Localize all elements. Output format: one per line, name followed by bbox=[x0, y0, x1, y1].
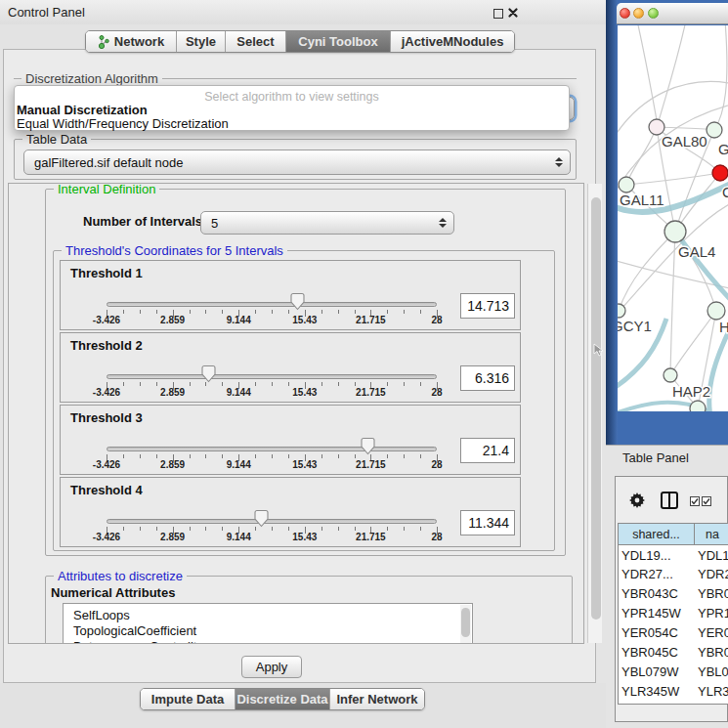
slider-handle[interactable] bbox=[290, 292, 305, 311]
slider-tick bbox=[288, 310, 289, 314]
slider-tick bbox=[387, 454, 388, 458]
network-icon bbox=[98, 35, 109, 49]
tab-discretize-data[interactable]: Discretize Data bbox=[236, 689, 330, 709]
numerical-attributes-list[interactable]: SelfLoopsTopologicalCoefficientBetweenne… bbox=[63, 603, 473, 644]
slider-handle[interactable] bbox=[361, 437, 375, 455]
network-node-gal11[interactable] bbox=[619, 177, 634, 193]
slider-tick bbox=[404, 310, 405, 314]
tab-label: Cyni Toolbox bbox=[298, 34, 377, 49]
popup-option-manual-discretization[interactable]: Manual Discretization bbox=[17, 103, 148, 117]
tab-label: jActiveMNodules bbox=[402, 34, 504, 49]
tab-style[interactable]: Style bbox=[177, 31, 226, 52]
slider-tick bbox=[205, 527, 206, 531]
tab-label: Infer Network bbox=[336, 692, 417, 707]
slider-handle[interactable] bbox=[254, 509, 269, 528]
tab-label: Discretize Data bbox=[236, 692, 327, 707]
network-node-gal4[interactable] bbox=[664, 221, 686, 242]
slider-tick bbox=[387, 382, 388, 386]
threshold-slider-track[interactable] bbox=[107, 302, 437, 307]
slider-tick bbox=[255, 527, 256, 531]
table-row[interactable]: YBR045C YBR0 bbox=[619, 643, 728, 663]
tab-select[interactable]: Select bbox=[226, 31, 286, 52]
tab-jactivemnodules[interactable]: jActiveMNodules bbox=[391, 31, 514, 52]
node-label: GA bbox=[718, 141, 728, 157]
network-node-ga[interactable] bbox=[707, 122, 722, 138]
node-label: GCY1 bbox=[618, 318, 652, 334]
table-row[interactable]: YER054C YER0 bbox=[619, 623, 728, 643]
minimize-traffic-light-icon[interactable] bbox=[633, 8, 644, 19]
slider-tick bbox=[338, 527, 339, 531]
checkbox-icon[interactable] bbox=[702, 496, 711, 506]
gear-icon[interactable] bbox=[629, 492, 645, 508]
slider-tick bbox=[205, 454, 206, 458]
network-node-c[interactable] bbox=[712, 165, 728, 181]
settings-vertical-scrollbar[interactable] bbox=[587, 184, 602, 643]
slider-tick bbox=[123, 454, 124, 458]
table-row[interactable]: YBL079W YBL0 bbox=[619, 662, 728, 681]
table-panel-title: Table Panel bbox=[622, 450, 689, 465]
threshold-value-field[interactable]: 21.4 bbox=[460, 438, 515, 463]
table-data-combobox[interactable]: galFiltered.sif default node bbox=[23, 150, 571, 175]
close-icon[interactable] bbox=[508, 8, 518, 18]
app-root: Control Panel NetworkStyleSelectCyni Too… bbox=[0, 0, 728, 728]
cell-shared-name: YPR145W bbox=[619, 606, 696, 621]
popup-hint: Select algorithm to view settings bbox=[15, 90, 569, 104]
column-header-name[interactable]: na bbox=[695, 524, 728, 545]
network-node-gcy1[interactable] bbox=[618, 304, 625, 318]
apply-button[interactable]: Apply bbox=[241, 656, 302, 678]
column-browser-icon[interactable] bbox=[661, 492, 678, 509]
column-header-shared-name[interactable]: shared... bbox=[619, 524, 695, 545]
slider-tick bbox=[321, 382, 322, 386]
number-of-intervals-combobox[interactable]: 5 bbox=[200, 211, 454, 235]
table-row[interactable]: YDR27... YDR2 bbox=[619, 565, 728, 584]
tab-label: Network bbox=[114, 34, 164, 49]
cell-name: YLR3 bbox=[696, 684, 728, 699]
control-panel-tabs: NetworkStyleSelectCyni ToolboxjActiveMNo… bbox=[85, 30, 515, 53]
node-label: HAP2 bbox=[672, 383, 710, 400]
network-node[interactable] bbox=[690, 401, 706, 411]
slider-handle[interactable] bbox=[201, 364, 216, 383]
tab-network[interactable]: Network bbox=[86, 31, 177, 52]
network-node-hap2[interactable] bbox=[664, 368, 677, 382]
attribute-item[interactable]: SelfLoops bbox=[73, 608, 130, 622]
slider-tick-label: 2.859 bbox=[160, 459, 185, 470]
threshold-slider-track[interactable] bbox=[107, 374, 437, 379]
table-row[interactable]: YIL052C YIL0 bbox=[619, 701, 728, 705]
popup-option-equal-width-frequency[interactable]: Equal Width/Frequency Discretization bbox=[17, 116, 229, 131]
attribute-item[interactable]: TopologicalCoefficient bbox=[73, 623, 196, 638]
node-table[interactable]: shared... na YDL19... YDL1 YDR27... YDR2… bbox=[618, 523, 728, 705]
slider-tick bbox=[404, 382, 405, 386]
table-row[interactable]: YLR345W YLR3 bbox=[619, 681, 728, 701]
slider-tick bbox=[420, 454, 421, 458]
zoom-traffic-light-icon[interactable] bbox=[648, 8, 659, 19]
slider-tick bbox=[156, 310, 157, 314]
slider-tick bbox=[156, 382, 157, 386]
slider-tick bbox=[272, 527, 273, 531]
slider-tick bbox=[140, 382, 141, 386]
tab-infer-network[interactable]: Infer Network bbox=[330, 689, 424, 709]
slider-tick-label: 21.715 bbox=[356, 315, 386, 325]
slider-tick bbox=[190, 454, 191, 458]
network-node-h[interactable] bbox=[707, 302, 725, 320]
network-canvas[interactable]: GAL80GACGAL11GAL4GCY1HHAP2 bbox=[618, 25, 728, 411]
slider-tick bbox=[222, 382, 223, 386]
scrollbar-thumb[interactable] bbox=[591, 197, 601, 620]
table-row[interactable]: YDL19... YDL1 bbox=[619, 545, 728, 565]
checkbox-icon[interactable] bbox=[690, 496, 700, 506]
table-row[interactable]: YPR145W YPR1 bbox=[619, 604, 728, 623]
float-window-icon[interactable] bbox=[493, 9, 503, 19]
threshold-value-field[interactable]: 6.316 bbox=[460, 365, 515, 391]
attributes-list-scrollbar[interactable] bbox=[460, 605, 471, 644]
threshold-value-field[interactable]: 11.344 bbox=[460, 510, 515, 535]
cell-shared-name: YLR345W bbox=[619, 684, 696, 699]
close-traffic-light-icon[interactable] bbox=[620, 8, 630, 19]
threshold-slider-track[interactable] bbox=[107, 447, 437, 451]
threshold-value-field[interactable]: 14.713 bbox=[460, 293, 515, 319]
table-row[interactable]: YBR043C YBR0 bbox=[619, 584, 728, 604]
scrollbar-thumb[interactable] bbox=[461, 608, 470, 637]
threshold-slider-track[interactable] bbox=[107, 519, 437, 524]
attribute-item[interactable]: BetweennessCentrality bbox=[73, 639, 203, 644]
tab-cyni-toolbox[interactable]: Cyni Toolbox bbox=[286, 31, 391, 52]
threshold-panel: Threshold 2 6.316 -3.4262.8599.14415.432… bbox=[60, 332, 521, 403]
tab-impute-data[interactable]: Impute Data bbox=[141, 689, 236, 709]
